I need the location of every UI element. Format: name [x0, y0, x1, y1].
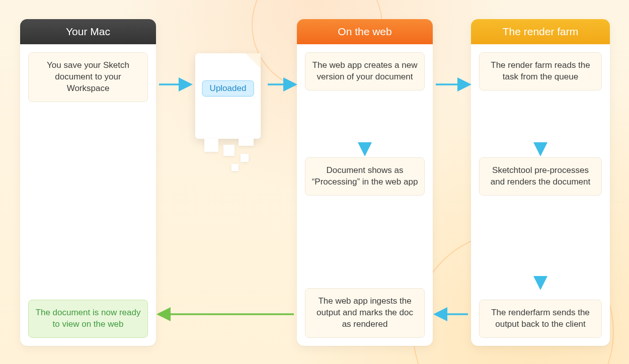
flow-arrows: [0, 0, 629, 364]
